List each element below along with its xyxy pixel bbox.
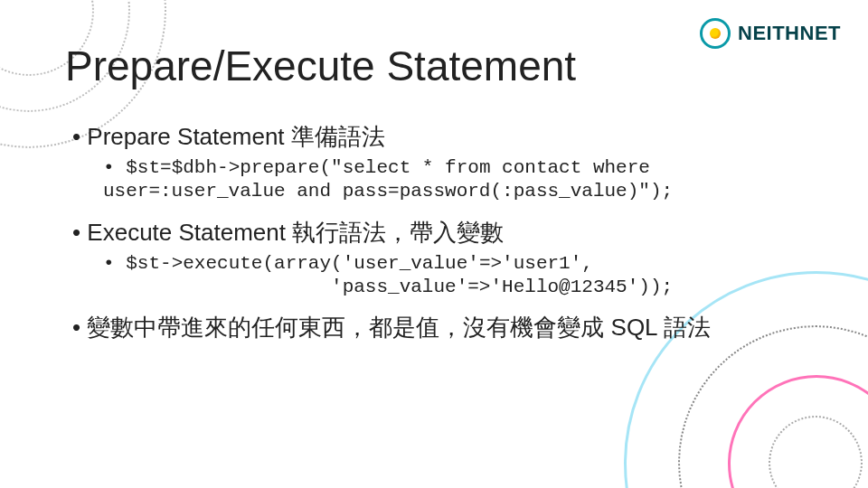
code-prepare: $st=$dbh->prepare("select * from contact… bbox=[103, 156, 832, 204]
slide: NEiTHNET Prepare/Execute Statement Prepa… bbox=[0, 0, 868, 488]
bullet-prepare-heading: Prepare Statement 準備語法 bbox=[72, 121, 832, 153]
slide-title: Prepare/Execute Statement bbox=[65, 42, 576, 90]
brand-logo: NEiTHNET bbox=[700, 18, 841, 49]
code-execute: $st->execute(array('user_value'=>'user1'… bbox=[103, 252, 832, 300]
logo-text: NEiTHNET bbox=[738, 22, 841, 45]
slide-body: Prepare Statement 準備語法 $st=$dbh->prepare… bbox=[72, 121, 832, 347]
logo-mark-icon bbox=[700, 18, 731, 49]
bullet-execute-heading: Execute Statement 執行語法，帶入變數 bbox=[72, 217, 832, 249]
bullet-note: 變數中帶進來的任何東西，都是值，沒有機會變成 SQL 語法 bbox=[72, 312, 832, 343]
